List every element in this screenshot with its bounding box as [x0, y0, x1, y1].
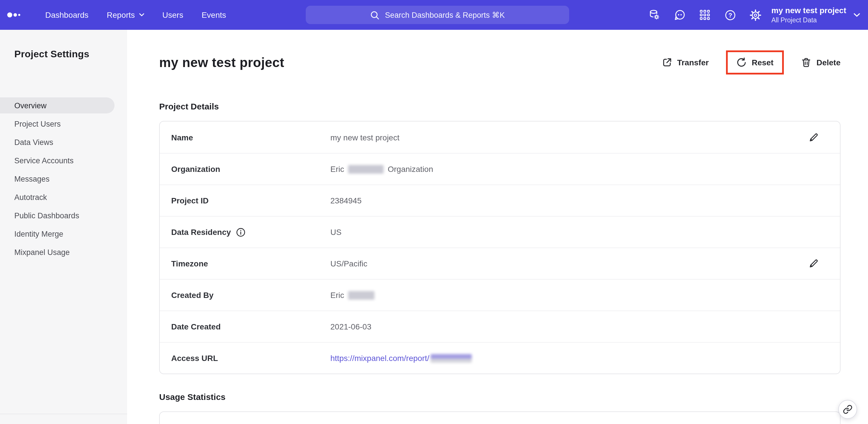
- mixpanel-app: Dashboards Reports Users Events Search D…: [0, 0, 868, 424]
- usage-statistics-card: [159, 412, 840, 424]
- current-data-view: All Project Data: [772, 16, 846, 24]
- pencil-icon: [808, 258, 819, 269]
- primary-nav: Dashboards Reports Users Events: [36, 0, 235, 30]
- nav-item-reports[interactable]: Reports: [98, 0, 153, 30]
- row-label: Organization: [171, 165, 330, 174]
- sidebar-item-project-users[interactable]: Project Users: [0, 116, 115, 132]
- settings-sidebar: Project Settings Overview Project Users …: [0, 30, 127, 424]
- reset-highlight-annotation: Reset: [726, 50, 784, 75]
- chevron-down-icon: [854, 13, 860, 17]
- mixpanel-logo-icon: [7, 10, 24, 20]
- sidebar-item-overview[interactable]: Overview: [0, 97, 115, 113]
- settings-gear-icon[interactable]: [743, 0, 768, 30]
- top-nav: Dashboards Reports Users Events Search D…: [0, 0, 868, 30]
- search-placeholder: Search Dashboards & Reports ⌘K: [385, 10, 505, 20]
- row-label: Timezone: [171, 259, 330, 268]
- row-label: Access URL: [171, 354, 330, 363]
- pencil-icon: [808, 132, 819, 142]
- edit-name-button[interactable]: [807, 131, 820, 144]
- row-label: Data Residency: [171, 227, 330, 237]
- search-icon: [370, 10, 380, 20]
- search-bar[interactable]: Search Dashboards & Reports ⌘K: [306, 6, 569, 24]
- row-value: Eric: [330, 290, 820, 300]
- link-icon: [843, 404, 852, 414]
- row-value: https://mixpanel.com/report/: [330, 354, 820, 363]
- detail-row-created-by: Created By Eric: [160, 279, 840, 311]
- sidebar-item-service-accounts[interactable]: Service Accounts: [0, 152, 115, 168]
- row-label: Name: [171, 133, 330, 142]
- sidebar-item-messages[interactable]: Messages: [0, 171, 115, 187]
- transfer-icon: [661, 57, 672, 67]
- project-details-heading: Project Details: [159, 102, 840, 111]
- sidebar-item-identity-merge[interactable]: Identity Merge: [0, 226, 115, 242]
- mixpanel-logo[interactable]: [7, 10, 24, 20]
- detail-row-project-id: Project ID 2384945: [160, 185, 840, 216]
- trash-icon: [801, 57, 811, 67]
- detail-row-timezone: Timezone US/Pacific: [160, 248, 840, 279]
- row-value: my new test project: [330, 133, 807, 142]
- redacted-blur: [348, 291, 374, 300]
- row-value: US/Pacific: [330, 259, 807, 268]
- copy-link-fab[interactable]: [838, 400, 857, 419]
- sidebar-nav: Overview Project Users Data Views Servic…: [0, 97, 115, 262]
- row-label: Created By: [171, 290, 330, 300]
- project-details-card: Name my new test project Organization Er…: [159, 121, 840, 374]
- usage-statistics-heading: Usage Statistics: [159, 392, 840, 402]
- svg-text:?: ?: [728, 11, 732, 19]
- nav-item-events[interactable]: Events: [192, 0, 235, 30]
- project-switcher[interactable]: my new test project All Project Data: [772, 6, 863, 24]
- access-url-link[interactable]: https://mixpanel.com/report/: [330, 354, 429, 363]
- edit-timezone-button[interactable]: [807, 257, 820, 270]
- row-label: Date Created: [171, 322, 330, 331]
- nav-right-cluster: ? my new test project: [642, 0, 863, 30]
- nav-item-users[interactable]: Users: [153, 0, 192, 30]
- title-row: my new test project Transfer: [159, 50, 840, 75]
- delete-button[interactable]: Delete: [801, 57, 840, 67]
- help-icon[interactable]: ?: [718, 0, 743, 30]
- row-value: Eric Organization: [330, 165, 820, 174]
- detail-row-date-created: Date Created 2021-06-03: [160, 311, 840, 342]
- current-project-name: my new test project: [772, 6, 846, 16]
- row-value: US: [330, 227, 820, 237]
- redacted-blur: [348, 165, 383, 173]
- reset-button[interactable]: Reset: [736, 57, 774, 67]
- detail-row-name: Name my new test project: [160, 121, 840, 153]
- detail-row-organization: Organization Eric Organization: [160, 153, 840, 185]
- info-icon[interactable]: [236, 227, 246, 237]
- row-value: 2384945: [330, 196, 820, 205]
- collapse-sidebar-button[interactable]: Collapse: [0, 414, 127, 424]
- nav-item-dashboards[interactable]: Dashboards: [36, 0, 98, 30]
- detail-row-data-residency: Data Residency US: [160, 216, 840, 248]
- apps-grid-icon[interactable]: [692, 0, 718, 30]
- row-value: 2021-06-03: [330, 322, 820, 331]
- feedback-chat-icon[interactable]: [667, 0, 692, 30]
- redacted-blur: [431, 354, 472, 362]
- sidebar-title: Project Settings: [14, 49, 127, 60]
- project-settings-content: my new test project Transfer: [127, 30, 868, 424]
- project-actions: Transfer Reset: [661, 50, 840, 75]
- transfer-button[interactable]: Transfer: [661, 57, 709, 67]
- sidebar-item-autotrack[interactable]: Autotrack: [0, 189, 115, 205]
- data-management-icon[interactable]: [642, 0, 667, 30]
- page-title: my new test project: [159, 55, 284, 70]
- reset-icon: [736, 57, 747, 67]
- detail-row-access-url: Access URL https://mixpanel.com/report/: [160, 342, 840, 374]
- sidebar-item-public-dashboards[interactable]: Public Dashboards: [0, 207, 115, 223]
- chevron-down-icon: [139, 13, 144, 17]
- sidebar-item-data-views[interactable]: Data Views: [0, 134, 115, 150]
- row-label: Project ID: [171, 196, 330, 205]
- sidebar-item-mixpanel-usage[interactable]: Mixpanel Usage: [0, 244, 115, 260]
